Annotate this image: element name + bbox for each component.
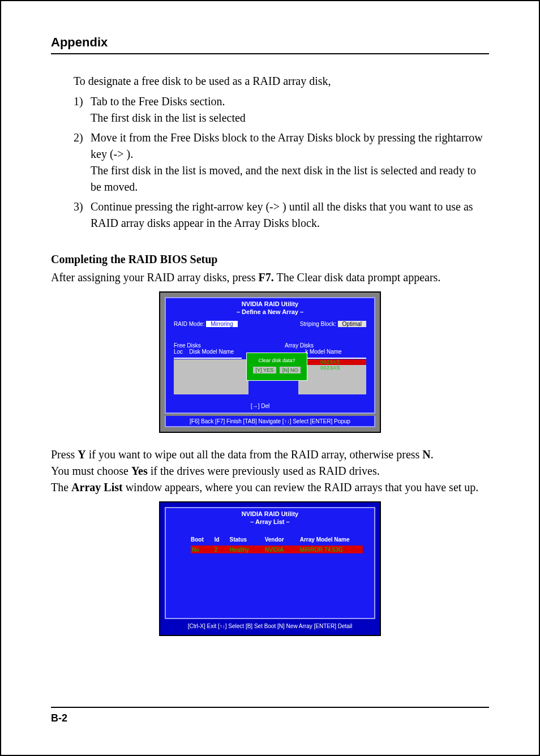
step-text: Continue pressing the right-arrow key (-… — [91, 200, 473, 229]
raid-mode-value[interactable]: Mirroring — [206, 321, 237, 327]
col-status: Status — [230, 536, 258, 543]
rule — [298, 358, 366, 359]
array-list-header: Boot Id Status Vendor Array Model Name — [191, 536, 363, 543]
dialog-buttons: [Y] YES [N] NO — [247, 367, 307, 373]
rule — [174, 358, 242, 359]
bios-title: NVIDIA RAID Utility – Array List – — [166, 508, 374, 526]
raid-mode-label: RAID Mode: — [174, 321, 204, 327]
page: Appendix To designate a free disk to be … — [0, 0, 540, 756]
subheading: Completing the RAID BIOS Setup — [51, 253, 489, 266]
cell-status: Healthy — [230, 547, 258, 553]
step-number: 1) — [74, 93, 83, 110]
page-number: B-2 — [51, 707, 489, 724]
bios-footer-hints: [F6] Back [F7] Finish [TAB] Navigate [↑↓… — [165, 416, 375, 427]
step-number: 2) — [74, 130, 83, 146]
step-number: 3) — [74, 199, 83, 215]
clear-disk-dialog: Clear disk data? [Y] YES [N] NO — [246, 353, 307, 381]
free-disks-header: Free Disks Loc Disk Model Name — [174, 342, 234, 355]
intro-text: To designate a free disk to be used as a… — [74, 75, 489, 88]
word-array-list: Array List — [71, 481, 123, 493]
step-text: Tab to the Free Disks section. — [91, 95, 225, 108]
key-n: N — [422, 448, 430, 461]
cell-boot: No — [191, 547, 208, 553]
no-button[interactable]: [N] NO — [280, 367, 301, 373]
col-vendor: Vendor — [265, 536, 293, 543]
word-yes: Yes — [131, 465, 148, 477]
paragraph: You must choose Yes if the drives were p… — [51, 463, 489, 479]
step-1: 1) Tab to the Free Disks section. The fi… — [74, 93, 489, 126]
dialog-question: Clear disk data? — [247, 353, 307, 363]
bios-footer-hints: [Ctrl-X] Exit [↑↓] Select [B] Set Boot [… — [165, 621, 375, 632]
paragraph: Press Y if you want to wipe out all the … — [51, 446, 489, 463]
yes-button[interactable]: [Y] YES — [253, 367, 276, 373]
striping-value[interactable]: Optimal — [338, 321, 366, 327]
bios-mode-row: RAID Mode: Mirroring Striping Block: Opt… — [174, 321, 366, 327]
bios-frame: NVIDIA RAID Utility – Define a New Array… — [165, 297, 375, 414]
col-boot: Boot — [191, 536, 208, 543]
bios-array-list-screenshot: NVIDIA RAID Utility – Array List – Boot … — [159, 501, 381, 636]
del-hint: [→] Del — [251, 403, 269, 409]
col-id: Id — [215, 536, 223, 543]
cell-model: MIRROR 74.53G — [300, 547, 363, 553]
cell-id: 2 — [215, 547, 223, 553]
key-y: Y — [78, 448, 85, 461]
step-text: Move it from the Free Disks block to the… — [91, 131, 483, 160]
array-list-row[interactable]: No 2 Healthy NVIDIA MIRROR 74.53G — [191, 545, 363, 553]
free-disks-list[interactable] — [174, 359, 248, 394]
step-3: 3) Continue pressing the right-arrow key… — [74, 199, 489, 231]
steps-list: 1) Tab to the Free Disks section. The fi… — [74, 93, 489, 231]
bios-frame: NVIDIA RAID Utility – Array List – Boot … — [165, 507, 375, 619]
striping-label: Striping Block: — [300, 321, 336, 327]
section-title: Appendix — [51, 35, 489, 54]
bios-title: NVIDIA RAID Utility – Define a New Array… — [166, 298, 374, 316]
disk-model-text: 0023AS 0023AS — [320, 359, 340, 371]
step-2: 2) Move it from the Free Disks block to … — [74, 130, 489, 195]
key-f7: F7. — [259, 271, 274, 284]
cell-vendor: NVIDIA — [265, 547, 293, 553]
paragraph: After assigning your RAID array disks, p… — [51, 269, 489, 286]
step-text: The first disk in the list is moved, and… — [91, 164, 476, 193]
bios-define-array-screenshot: NVIDIA RAID Utility – Define a New Array… — [159, 291, 381, 433]
paragraph: The Array List window appears, where you… — [51, 479, 489, 496]
step-text: The first disk in the list is selected — [91, 111, 246, 124]
col-model: Array Model Name — [300, 536, 363, 543]
